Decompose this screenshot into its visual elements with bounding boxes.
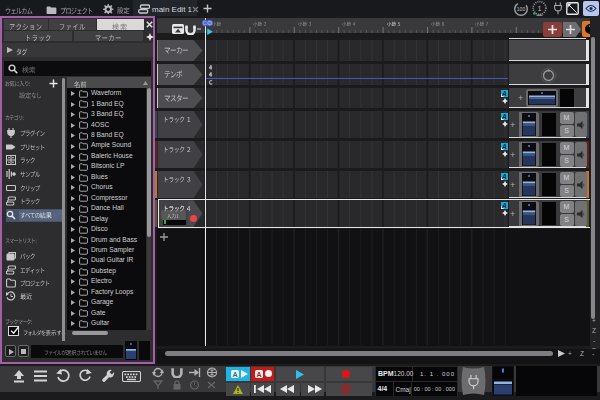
svg-text:100: 100: [517, 6, 526, 12]
svg-text:1: 1: [538, 5, 542, 12]
